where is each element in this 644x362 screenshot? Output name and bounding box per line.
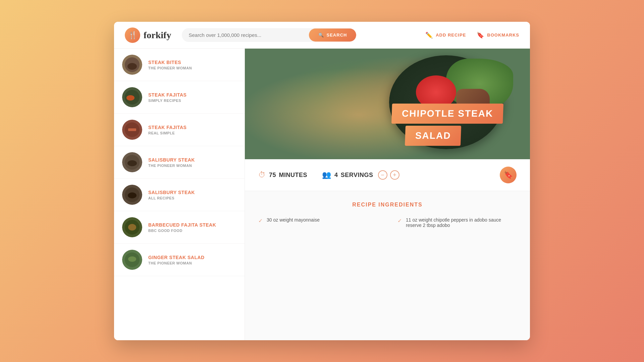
check-icon: ✓ bbox=[397, 218, 402, 224]
recipe-thumbnail bbox=[122, 55, 142, 75]
svg-rect-8 bbox=[128, 128, 136, 131]
logo-area: 🍴 forkify bbox=[125, 27, 171, 43]
recipe-thumbnail bbox=[122, 217, 142, 237]
list-item[interactable]: GINGER STEAK SALAD THE PIONEER WOMAN bbox=[114, 244, 245, 276]
bookmark-button[interactable]: 🔖 bbox=[500, 167, 517, 183]
recipe-title: STEAK FAJITAS bbox=[148, 125, 236, 130]
recipe-title: SALISBURY STEAK bbox=[148, 157, 236, 163]
list-item[interactable]: STEAK FAJITAS REAL SIMPLE bbox=[114, 114, 245, 146]
ingredient-text: 30 oz weight mayonnaise bbox=[267, 217, 320, 223]
bookmarks-button[interactable]: 🔖 BOOKMARKS bbox=[477, 32, 519, 39]
servings-value: 4 bbox=[334, 172, 338, 178]
servings-controls: − + bbox=[378, 170, 399, 180]
recipe-source: ALL RECIPES bbox=[148, 196, 236, 200]
recipe-info: STEAK FAJITAS REAL SIMPLE bbox=[148, 125, 236, 135]
add-recipe-icon: ✏️ bbox=[425, 32, 433, 39]
recipe-info: BARBECUED FAJITA STEAK BBC GOOD FOOD bbox=[148, 222, 236, 233]
decrease-servings-button[interactable]: − bbox=[378, 170, 387, 180]
servings-text: 4 SERVINGS bbox=[334, 172, 375, 179]
recipe-source: REAL SIMPLE bbox=[148, 131, 236, 135]
svg-point-17 bbox=[128, 224, 136, 231]
servings-label: SERVINGS bbox=[341, 172, 373, 178]
search-button-label: SEARCH bbox=[327, 33, 347, 38]
recipe-title: STEAK FAJITAS bbox=[148, 92, 236, 98]
search-icon: 🔍 bbox=[318, 33, 324, 38]
minutes-value: 75 bbox=[269, 172, 276, 178]
clock-icon: ⏱ bbox=[258, 171, 266, 179]
recipe-info: SALISBURY STEAK THE PIONEER WOMAN bbox=[148, 157, 236, 168]
recipe-source: BBC GOOD FOOD bbox=[148, 229, 236, 233]
increase-servings-button[interactable]: + bbox=[390, 170, 399, 180]
recipe-thumbnail bbox=[122, 250, 142, 270]
svg-point-11 bbox=[127, 160, 137, 166]
recipe-hero: CHIPOTLE STEAK SALAD bbox=[245, 49, 530, 159]
sidebar: STEAK BITES THE PIONEER WOMAN STEAK FAJI… bbox=[114, 49, 245, 340]
recipe-source: THE PIONEER WOMAN bbox=[148, 164, 236, 168]
bookmark-icon: 🔖 bbox=[504, 171, 513, 179]
recipe-info: SALISBURY STEAK ALL RECIPES bbox=[148, 190, 236, 200]
header-nav: ✏️ ADD RECIPE 🔖 BOOKMARKS bbox=[425, 32, 519, 39]
servings-info: 👥 4 SERVINGS − + bbox=[322, 170, 399, 180]
content-area: CHIPOTLE STEAK SALAD ⏱ 75 MINUTES 👥 4 bbox=[245, 49, 530, 340]
recipe-thumbnail bbox=[122, 120, 142, 140]
bookmarks-icon: 🔖 bbox=[477, 32, 484, 39]
recipe-source: THE PIONEER WOMAN bbox=[148, 261, 236, 265]
recipe-title: GINGER STEAK SALAD bbox=[148, 255, 236, 260]
recipe-title-overlay: CHIPOTLE STEAK SALAD bbox=[392, 104, 503, 146]
recipe-title: BARBECUED FAJITA STEAK bbox=[148, 222, 236, 228]
recipe-thumbnail bbox=[122, 152, 142, 172]
svg-point-2 bbox=[127, 63, 137, 70]
search-input[interactable] bbox=[182, 28, 309, 42]
ingredients-grid: ✓ 30 oz weight mayonnaise ✓ 11 oz weight… bbox=[258, 217, 517, 228]
search-area: 🔍 SEARCH bbox=[182, 28, 356, 42]
recipe-thumbnail bbox=[122, 185, 142, 205]
recipe-title: STEAK BITES bbox=[148, 60, 236, 65]
recipe-info: GINGER STEAK SALAD THE PIONEER WOMAN bbox=[148, 255, 236, 265]
recipe-info: STEAK BITES THE PIONEER WOMAN bbox=[148, 60, 236, 70]
people-icon: 👥 bbox=[322, 171, 331, 179]
recipe-info-bar: ⏱ 75 MINUTES 👥 4 SERVINGS − + bbox=[245, 159, 530, 191]
ingredient-text: 11 oz weight chipotle peppers in adobo s… bbox=[406, 217, 517, 228]
header: 🍴 forkify 🔍 SEARCH ✏️ ADD RECIPE 🔖 BOOKM… bbox=[114, 22, 530, 49]
logo-icon: 🍴 bbox=[125, 27, 140, 43]
check-icon: ✓ bbox=[258, 218, 263, 224]
search-button[interactable]: 🔍 SEARCH bbox=[309, 28, 357, 42]
recipe-info: STEAK FAJITAS SIMPLY RECIPES bbox=[148, 92, 236, 103]
list-item[interactable]: BARBECUED FAJITA STEAK BBC GOOD FOOD bbox=[114, 211, 245, 244]
svg-point-20 bbox=[128, 256, 136, 262]
recipe-hero-title-line2: SALAD bbox=[405, 126, 462, 146]
minutes-label: MINUTES bbox=[279, 172, 307, 178]
recipe-hero-title-line1: CHIPOTLE STEAK bbox=[391, 104, 503, 124]
add-recipe-label: ADD RECIPE bbox=[436, 33, 466, 38]
ingredient-item: ✓ 30 oz weight mayonnaise bbox=[258, 217, 377, 228]
svg-point-5 bbox=[126, 95, 135, 101]
app-name: forkify bbox=[144, 30, 171, 41]
time-info: ⏱ 75 MINUTES bbox=[258, 171, 309, 179]
bookmarks-label: BOOKMARKS bbox=[487, 33, 519, 38]
list-item[interactable]: SALISBURY STEAK ALL RECIPES bbox=[114, 179, 245, 211]
ingredient-item: ✓ 11 oz weight chipotle peppers in adobo… bbox=[397, 217, 517, 228]
list-item[interactable]: STEAK FAJITAS SIMPLY RECIPES bbox=[114, 81, 245, 114]
recipe-source: THE PIONEER WOMAN bbox=[148, 66, 236, 70]
main-body: STEAK BITES THE PIONEER WOMAN STEAK FAJI… bbox=[114, 49, 530, 340]
recipe-source: SIMPLY RECIPES bbox=[148, 99, 236, 103]
svg-point-14 bbox=[128, 192, 137, 198]
recipe-content: RECIPE INGREDIENTS ✓ 30 oz weight mayonn… bbox=[245, 191, 530, 340]
list-item[interactable]: STEAK BITES THE PIONEER WOMAN bbox=[114, 49, 245, 81]
ingredients-section-title: RECIPE INGREDIENTS bbox=[258, 202, 517, 208]
list-item[interactable]: SALISBURY STEAK THE PIONEER WOMAN bbox=[114, 146, 245, 179]
recipe-title: SALISBURY STEAK bbox=[148, 190, 236, 195]
time-text: 75 MINUTES bbox=[269, 172, 309, 179]
app-container: 🍴 forkify 🔍 SEARCH ✏️ ADD RECIPE 🔖 BOOKM… bbox=[114, 22, 530, 340]
recipe-thumbnail bbox=[122, 87, 142, 107]
add-recipe-button[interactable]: ✏️ ADD RECIPE bbox=[425, 32, 466, 39]
